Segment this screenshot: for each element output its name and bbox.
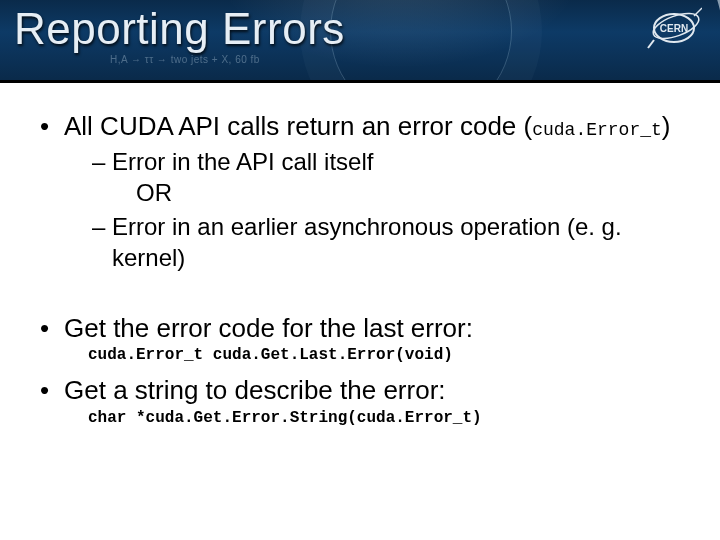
header-blueprint-text: H,A → ττ → two jets + X, 60 fb — [110, 54, 260, 65]
bullet-1-text-b: ) — [662, 111, 671, 141]
cern-logo-icon: CERN — [646, 6, 702, 50]
bullet-1-code: cuda.Error_t — [532, 120, 662, 140]
header-divider — [0, 80, 720, 83]
svg-line-3 — [694, 8, 702, 16]
svg-point-0 — [654, 14, 694, 42]
bullet-2-code: cuda.Error_t cuda.Get.Last.Error(void) — [40, 346, 690, 364]
cern-logo-text: CERN — [660, 23, 688, 34]
slide: Reporting Errors H,A → ττ → two jets + X… — [0, 0, 720, 540]
bullet-1-sub-1: Error in the API call itself — [92, 147, 690, 178]
bullet-3: Get a string to describe the error: — [40, 374, 690, 407]
bullet-1: All CUDA API calls return an error code … — [40, 110, 690, 274]
bullet-3-text: Get a string to describe the error: — [64, 375, 446, 405]
slide-body: All CUDA API calls return an error code … — [0, 110, 720, 433]
slide-title: Reporting Errors — [14, 4, 345, 54]
bullet-1-or: OR — [64, 177, 690, 208]
slide-header: Reporting Errors H,A → ττ → two jets + X… — [0, 0, 720, 80]
svg-line-2 — [648, 40, 654, 48]
bullet-1-text-a: All CUDA API calls return an error code … — [64, 111, 532, 141]
bullet-2: Get the error code for the last error: — [40, 312, 690, 345]
bullet-1-sub-2: Error in an earlier asynchronous operati… — [92, 212, 690, 273]
svg-point-1 — [650, 8, 702, 43]
bullet-2-text: Get the error code for the last error: — [64, 313, 473, 343]
bullet-3-code: char *cuda.Get.Error.String(cuda.Error_t… — [40, 409, 690, 427]
